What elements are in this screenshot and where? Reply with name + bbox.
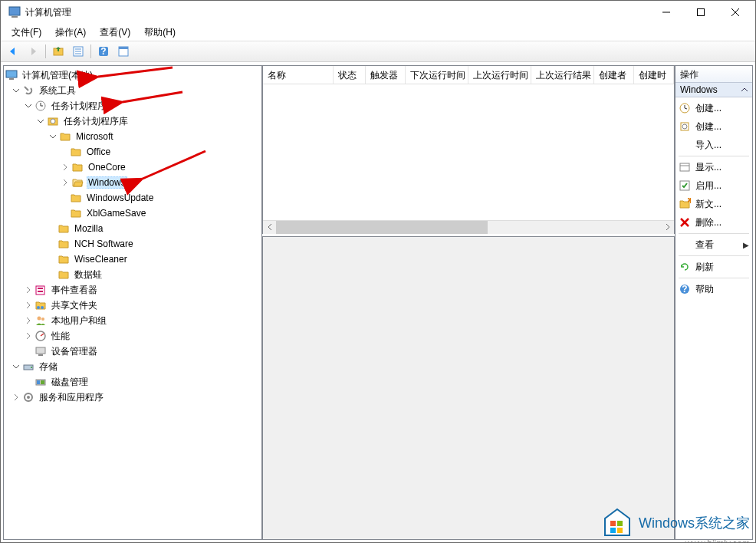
- list-body[interactable]: [263, 84, 674, 220]
- tree-label: WindowsUpdate: [85, 193, 155, 203]
- tree-node-windows[interactable]: Windows: [4, 175, 261, 190]
- chevron-right-icon[interactable]: [61, 178, 70, 187]
- column-status[interactable]: 状态: [334, 66, 366, 84]
- tree-label: 设备管理器: [50, 345, 99, 358]
- svg-rect-37: [41, 380, 44, 384]
- column-last-result[interactable]: 上次运行结果: [531, 66, 594, 84]
- tree-node-windows-update[interactable]: WindowsUpdate: [4, 190, 261, 206]
- tree-node-task-library[interactable]: 任务计划程序库: [4, 114, 261, 129]
- tree-node-local-users[interactable]: 本地用户和组: [4, 313, 261, 328]
- action-import[interactable]: 导入...: [675, 136, 752, 154]
- tree-node-onecore[interactable]: OneCore: [4, 160, 261, 175]
- action-label: 创建...: [695, 120, 749, 133]
- chevron-right-icon[interactable]: [12, 393, 21, 402]
- column-trigger[interactable]: 触发器: [366, 66, 406, 84]
- chevron-right-icon[interactable]: [24, 301, 33, 310]
- watermark-text: Windows系统之家: [639, 514, 750, 532]
- svg-rect-31: [36, 347, 45, 354]
- column-name[interactable]: 名称: [263, 66, 334, 84]
- action-label: 导入...: [695, 139, 749, 152]
- chevron-down-icon[interactable]: [12, 362, 21, 371]
- detail-panel: [262, 236, 675, 540]
- action-label: 启用...: [695, 179, 749, 193]
- menu-file[interactable]: 文件(F): [5, 25, 48, 41]
- folder-icon: [70, 207, 82, 219]
- svg-rect-56: [610, 521, 616, 526]
- tree-node-services[interactable]: 服务和应用程序: [4, 390, 261, 405]
- chevron-right-icon[interactable]: [24, 316, 33, 325]
- navigation-tree[interactable]: 计算机管理(本地) 系统工具 任务计划程序 任务计划程序库 Microsoft: [4, 66, 261, 406]
- action-refresh[interactable]: 刷新: [675, 258, 752, 276]
- new-folder-icon: ✱: [679, 198, 691, 210]
- tree-label: 性能: [50, 330, 71, 343]
- maximize-button[interactable]: [683, 2, 718, 23]
- scroll-left-icon[interactable]: [263, 221, 276, 234]
- toolbar-separator: [45, 44, 46, 58]
- tree-node-performance[interactable]: 性能: [4, 328, 261, 344]
- svg-point-34: [31, 367, 32, 368]
- horizontal-scrollbar[interactable]: [263, 220, 674, 233]
- show-hide-button[interactable]: [114, 43, 133, 60]
- tree-node-shared-folders[interactable]: 共享文件夹: [4, 298, 261, 313]
- help-button[interactable]: ?: [94, 43, 113, 60]
- services-icon: [22, 391, 35, 403]
- tree-node-event-viewer[interactable]: 事件查看器: [4, 282, 261, 298]
- tree-node-root[interactable]: 计算机管理(本地): [4, 67, 261, 83]
- action-delete[interactable]: 删除...: [675, 213, 752, 232]
- chevron-down-icon[interactable]: [12, 86, 21, 95]
- tree-node-office[interactable]: Office: [4, 144, 261, 160]
- properties-button[interactable]: [69, 43, 87, 60]
- up-button[interactable]: [49, 43, 67, 60]
- scroll-right-icon[interactable]: [661, 221, 674, 234]
- tree-node-disk-management[interactable]: 磁盘管理: [4, 374, 261, 390]
- chevron-right-icon[interactable]: [24, 285, 33, 295]
- scroll-thumb[interactable]: [276, 221, 488, 234]
- tree-node-device-manager[interactable]: 设备管理器: [4, 344, 261, 359]
- action-new-folder[interactable]: ✱新文...: [675, 195, 752, 213]
- tree-node-storage[interactable]: 存储: [4, 359, 261, 374]
- users-icon: [35, 314, 47, 327]
- column-create-time[interactable]: 创建时: [634, 66, 674, 84]
- tree-node-task-scheduler[interactable]: 任务计划程序: [4, 98, 261, 114]
- scroll-track[interactable]: [276, 221, 661, 234]
- svg-rect-15: [6, 71, 17, 77]
- column-next-run[interactable]: 下次运行时间: [406, 66, 468, 84]
- chevron-down-icon[interactable]: [36, 117, 45, 126]
- svg-point-25: [37, 306, 40, 309]
- actions-section[interactable]: Windows: [675, 83, 752, 97]
- chevron-down-icon[interactable]: [48, 132, 58, 141]
- tree-node-xblgamesave[interactable]: XblGameSave: [4, 206, 261, 221]
- back-button[interactable]: [4, 43, 22, 60]
- tree-node-system-tools[interactable]: 系统工具: [4, 83, 261, 98]
- tree-node-datafrog[interactable]: 数据蛙: [4, 267, 261, 282]
- menu-action[interactable]: 操作(A): [49, 25, 92, 41]
- library-icon: [47, 115, 59, 127]
- tree-node-microsoft[interactable]: Microsoft: [4, 129, 261, 144]
- svg-rect-57: [617, 521, 623, 526]
- action-show[interactable]: 显示...: [675, 158, 752, 176]
- close-button[interactable]: [718, 2, 752, 23]
- action-create-basic[interactable]: 创建...: [675, 99, 752, 117]
- chevron-up-icon: [741, 84, 748, 95]
- tree-node-wisecleaner[interactable]: WiseCleaner: [4, 252, 261, 267]
- watermark: Windows系统之家 www.bjjmlv.com: [602, 508, 750, 538]
- chevron-right-icon[interactable]: [24, 331, 33, 341]
- tree-label: 数据蛙: [73, 268, 104, 281]
- column-last-run[interactable]: 上次运行时间: [468, 66, 531, 84]
- chevron-right-icon[interactable]: [61, 163, 70, 172]
- tree-node-mozilla[interactable]: Mozilla: [4, 221, 261, 236]
- action-view[interactable]: 查看▶: [675, 235, 752, 254]
- tree-node-nch[interactable]: NCH Software: [4, 236, 261, 252]
- action-enable[interactable]: 启用...: [675, 176, 752, 195]
- folder-icon: [58, 268, 70, 281]
- content-area: 计算机管理(本地) 系统工具 任务计划程序 任务计划程序库 Microsoft: [1, 62, 755, 542]
- window-controls: [649, 2, 752, 23]
- tree-label: 服务和应用程序: [38, 391, 105, 404]
- minimize-button[interactable]: [649, 2, 683, 23]
- chevron-down-icon[interactable]: [24, 101, 33, 110]
- menu-help[interactable]: 帮助(H): [138, 25, 182, 41]
- column-creator[interactable]: 创建者: [594, 66, 634, 84]
- menu-view[interactable]: 查看(V): [94, 25, 136, 41]
- action-help[interactable]: ?帮助: [675, 280, 752, 298]
- action-create-task[interactable]: 创建...: [675, 117, 752, 136]
